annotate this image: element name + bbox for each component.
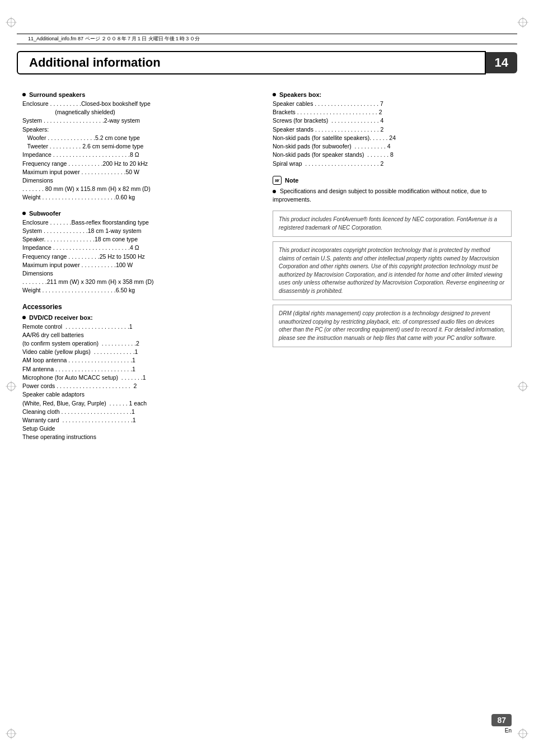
spec-line: Weight . . . . . . . . . . . . . . . . .… bbox=[22, 286, 261, 295]
list-item: Non-skid pads (for subwoofer) . . . . . … bbox=[273, 142, 512, 151]
spec-line: System . . . . . . . . . . . . . .18 cm … bbox=[22, 227, 261, 235]
spec-line: Impedance . . . . . . . . . . . . . . . … bbox=[22, 244, 261, 252]
list-item: Speaker cable adaptors bbox=[22, 390, 261, 399]
surround-speakers-section: Surround speakers Enclosure . . . . . . … bbox=[22, 91, 261, 202]
list-item: AM loop antenna . . . . . . . . . . . . … bbox=[22, 356, 261, 365]
list-item: Brackets . . . . . . . . . . . . . . . .… bbox=[273, 108, 512, 116]
list-item: AA/R6 dry cell batteries bbox=[22, 331, 261, 339]
spec-line: Woofer . . . . . . . . . . . . . . .5.2 … bbox=[22, 134, 261, 142]
spec-line: Frequency range . . . . . . . . . . .200… bbox=[22, 160, 261, 168]
chapter-header: Additional information 14 bbox=[17, 51, 517, 74]
side-mark-left bbox=[6, 381, 17, 393]
list-item: Microphone (for Auto MCACC setup) . . . … bbox=[22, 374, 261, 382]
list-item: Speaker cables . . . . . . . . . . . . .… bbox=[273, 100, 512, 108]
subwoofer-section: Subwoofer Enclosure . . . . . . .Bass-re… bbox=[22, 210, 261, 295]
list-item: (to confirm system operation) . . . . . … bbox=[22, 339, 261, 348]
file-header: 11_Additional_info.fm 87 ページ ２００８年７月１日 火… bbox=[17, 34, 517, 44]
list-item: Speaker stands . . . . . . . . . . . . .… bbox=[273, 125, 512, 134]
accessories-section: Accessories DVD/CD receiver box: Remote … bbox=[22, 303, 261, 442]
list-item: Warranty card . . . . . . . . . . . . . … bbox=[22, 416, 261, 424]
note-icon: w bbox=[273, 176, 282, 185]
list-item: Remote control . . . . . . . . . . . . .… bbox=[22, 323, 261, 331]
spec-line: Tweeter . . . . . . . . . . 2.6 cm semi-… bbox=[22, 142, 261, 151]
footer: 87 En bbox=[491, 714, 512, 734]
accessories-title: Accessories bbox=[22, 303, 261, 311]
right-column: Speakers box: Speaker cables . . . . . .… bbox=[273, 91, 512, 450]
chapter-number: 14 bbox=[486, 52, 517, 73]
spec-line: Maximum input power . . . . . . . . . . … bbox=[22, 168, 261, 176]
list-item: Power cords . . . . . . . . . . . . . . … bbox=[22, 382, 261, 390]
corner-mark-tr bbox=[517, 17, 528, 28]
spec-line: Enclosure . . . . . . . . . .Closed-box … bbox=[22, 100, 261, 108]
list-item: Screws (for brackets) . . . . . . . . . … bbox=[273, 116, 512, 125]
note-title: w Note bbox=[273, 176, 512, 185]
subwoofer-specs: Enclosure . . . . . . .Bass-reflex floor… bbox=[22, 218, 261, 295]
bullet-surround bbox=[22, 93, 26, 96]
bullet-note bbox=[273, 190, 276, 193]
page-number: 87 bbox=[491, 714, 512, 726]
side-mark-right bbox=[517, 381, 528, 393]
spec-line: Weight . . . . . . . . . . . . . . . . .… bbox=[22, 193, 261, 202]
spec-line: (magnetically shielded) bbox=[22, 108, 261, 116]
bullet-speakers-box bbox=[273, 93, 276, 96]
subwoofer-title: Subwoofer bbox=[22, 210, 261, 217]
spec-line: Impedance . . . . . . . . . . . . . . . … bbox=[22, 151, 261, 159]
spec-line: Speakers: bbox=[22, 125, 261, 134]
spec-line: Maximum input power . . . . . . . . . . … bbox=[22, 261, 261, 269]
list-item: These operating instructions bbox=[22, 433, 261, 441]
left-column: Surround speakers Enclosure . . . . . . … bbox=[22, 91, 261, 450]
dvd-cd-box-items: Remote control . . . . . . . . . . . . .… bbox=[22, 323, 261, 442]
spec-line: . . . . . . . .211 mm (W) x 320 mm (H) x… bbox=[22, 278, 261, 286]
spec-line: Dimensions bbox=[22, 269, 261, 278]
list-item: Setup Guide bbox=[22, 424, 261, 433]
bullet-dvd bbox=[22, 316, 26, 319]
corner-mark-bl bbox=[6, 728, 17, 739]
spec-line: Frequency range . . . . . . . . . .25 Hz… bbox=[22, 253, 261, 261]
spec-line: Dimensions bbox=[22, 176, 261, 185]
file-header-text: 11_Additional_info.fm 87 ページ ２００８年７月１日 火… bbox=[28, 35, 200, 43]
note-text: Specifications and design subject to pos… bbox=[273, 187, 512, 204]
bullet-subwoofer bbox=[22, 212, 26, 215]
list-item: Non-skid pads (for satellite speakers). … bbox=[273, 134, 512, 142]
speakers-box-items: Speaker cables . . . . . . . . . . . . .… bbox=[273, 100, 512, 168]
list-item: Non-skid pads (for speaker stands) . . .… bbox=[273, 151, 512, 159]
dvd-cd-box-title: DVD/CD receiver box: bbox=[22, 314, 261, 321]
info-box-3: DRM (digital rights management) copy pro… bbox=[273, 305, 512, 347]
list-item: (White, Red, Blue, Gray, Purple) . . . .… bbox=[22, 399, 261, 408]
corner-mark-tl bbox=[6, 17, 17, 28]
spec-line: Speaker. . . . . . . . . . . . . . . .18… bbox=[22, 235, 261, 244]
list-item: Spiral wrap . . . . . . . . . . . . . . … bbox=[273, 160, 512, 168]
list-item: Cleaning cloth . . . . . . . . . . . . .… bbox=[22, 408, 261, 416]
corner-mark-br bbox=[517, 728, 528, 739]
spec-line: System . . . . . . . . . . . . . . . . .… bbox=[22, 116, 261, 125]
list-item: Video cable (yellow plugs) . . . . . . .… bbox=[22, 348, 261, 356]
spec-line: Enclosure . . . . . . .Bass-reflex floor… bbox=[22, 218, 261, 227]
info-box-1: This product includes FontAvenue® fonts … bbox=[273, 211, 512, 237]
surround-speakers-title: Surround speakers bbox=[22, 91, 261, 98]
speakers-box-title: Speakers box: bbox=[273, 91, 512, 98]
surround-speakers-specs: Enclosure . . . . . . . . . .Closed-box … bbox=[22, 100, 261, 202]
speakers-box-section: Speakers box: Speaker cables . . . . . .… bbox=[273, 91, 512, 168]
lang-label: En bbox=[491, 727, 512, 734]
info-box-2: This product incorporates copyright prot… bbox=[273, 241, 512, 300]
spec-line: . . . . . . . 80 mm (W) x 115.8 mm (H) x… bbox=[22, 185, 261, 193]
note-box: w Note Specifications and design subject… bbox=[273, 176, 512, 204]
list-item: FM antenna . . . . . . . . . . . . . . .… bbox=[22, 365, 261, 374]
chapter-title: Additional information bbox=[17, 51, 486, 74]
main-content: Surround speakers Enclosure . . . . . . … bbox=[22, 86, 512, 450]
info-boxes: This product includes FontAvenue® fonts … bbox=[273, 211, 512, 347]
